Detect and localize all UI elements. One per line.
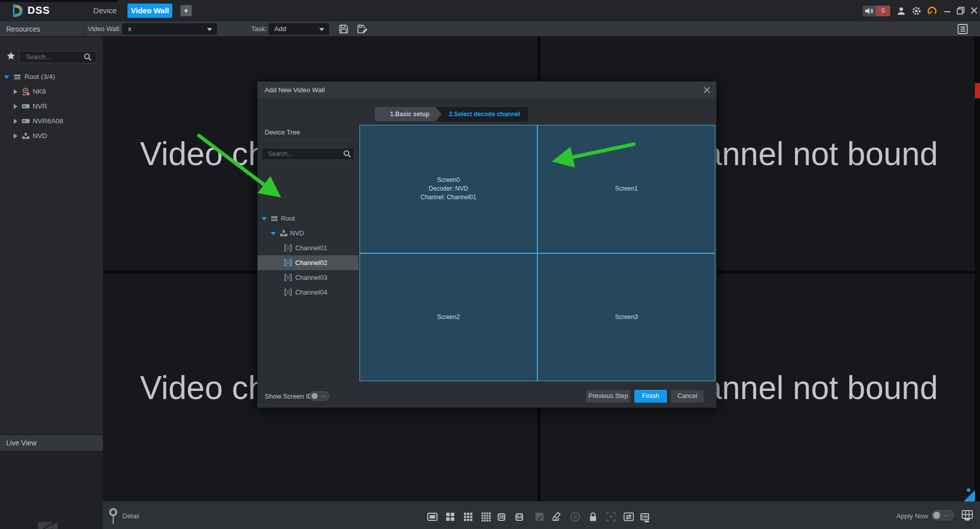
toggle-knob [933, 512, 940, 519]
close-app-icon[interactable] [970, 7, 978, 14]
tab-device[interactable]: Device [89, 0, 121, 21]
sidebar-item-nk8[interactable]: NK8 [0, 84, 103, 99]
expand-arrow-icon[interactable] [14, 89, 17, 94]
camera-offline-icon [21, 87, 31, 96]
sidebar-item-nvr6a08[interactable]: NVR6A08 [0, 114, 103, 128]
close-icon[interactable] [703, 86, 711, 94]
sidebar-item-label: NVR6A08 [33, 114, 63, 128]
lock-icon[interactable] [587, 511, 599, 523]
layout-16-icon[interactable] [480, 511, 492, 523]
layout-36-icon[interactable]: 36 [498, 512, 510, 524]
screen3-cell[interactable]: Screen3 [538, 254, 715, 381]
nvr-device-icon [21, 117, 30, 125]
clear-screen-brush-icon[interactable] [551, 511, 563, 523]
step-select-decode-channel[interactable]: 2.Select decode channel [442, 107, 528, 121]
previous-step-button[interactable]: Previous Step [586, 390, 630, 403]
detail-pin-icon[interactable] [108, 508, 118, 525]
video-wall-select[interactable]: x [122, 23, 217, 35]
screen0-cell[interactable]: Screen0 Decoder: NVD Channel: Channel01 [360, 125, 537, 253]
output-to-wall-icon[interactable] [961, 509, 974, 522]
task-list-icon[interactable] [957, 23, 969, 35]
tree-item-label: Channel03 [295, 270, 327, 285]
expand-arrow-icon[interactable] [14, 104, 17, 109]
minimize-icon[interactable] [943, 5, 951, 15]
collapse-arrow-icon[interactable] [262, 217, 267, 221]
tree-item-root[interactable]: Root [257, 211, 358, 226]
device-tree-search-input[interactable] [262, 148, 354, 160]
toggle-dash [321, 396, 325, 397]
collapse-arrow-icon[interactable] [4, 75, 9, 79]
cancel-button[interactable]: Cancel [671, 390, 704, 403]
save-icon[interactable] [339, 24, 349, 34]
live-view-title: Live View [6, 435, 37, 451]
chevron-down-icon [207, 28, 212, 31]
decode-channel-icon [284, 244, 292, 252]
task-select[interactable]: Add [269, 23, 329, 35]
focus-area-icon[interactable] [605, 511, 617, 523]
sidebar-item-nvr[interactable]: NVR [0, 99, 103, 114]
dialog-title: Add New Video Wall [265, 82, 325, 98]
layout-64-icon[interactable]: 64 [515, 512, 528, 524]
expand-arrow-icon[interactable] [14, 119, 17, 124]
device-tree-title: Device Tree [265, 128, 300, 136]
tree-item-nvd[interactable]: NVD [257, 226, 358, 241]
performance-gauge-icon[interactable] [927, 6, 937, 16]
save-as-icon[interactable] [357, 24, 368, 34]
tree-item-label: Channel02 [295, 255, 327, 270]
screen2-cell[interactable]: Screen2 [360, 254, 537, 381]
tree-item-label: Root [281, 211, 295, 226]
user-icon[interactable] [896, 6, 906, 16]
layout-4-icon[interactable] [444, 511, 456, 523]
device-tree-header: Device Tree [257, 125, 358, 141]
live-view-header[interactable]: Live View [0, 435, 103, 451]
layout-1-icon[interactable] [426, 511, 439, 523]
screen-name: Screen2 [437, 313, 460, 322]
expand-arrow-icon[interactable] [14, 134, 17, 139]
detail-label[interactable]: Detail [122, 512, 139, 520]
resources-panel-title: Resources [6, 21, 40, 37]
tree-item-label: Channel04 [295, 285, 327, 300]
toggle-knob [312, 393, 318, 399]
toolbar-divider [84, 21, 85, 37]
tree-item-label: NVD [290, 226, 304, 241]
sidebar-item-root[interactable]: Root (3/4) [0, 69, 103, 84]
screen-decoder: Decoder: NVD [429, 184, 468, 193]
screen1-cell[interactable]: Screen1 [538, 125, 715, 253]
add-tab-button[interactable]: + [180, 5, 192, 16]
no-video-icon [37, 519, 60, 529]
show-screen-id-toggle[interactable] [310, 391, 329, 401]
edit-icon[interactable] [533, 511, 546, 523]
toggle-dash [944, 515, 949, 516]
tab-video-wall[interactable]: Video Wall [127, 4, 172, 18]
finish-button[interactable]: Finish [634, 390, 667, 403]
video-wall-select-value: x [128, 25, 132, 33]
tree-item-channel03[interactable]: Channel03 [257, 270, 358, 285]
swap-output-icon[interactable] [623, 511, 635, 523]
corner-expand-handle[interactable] [964, 490, 975, 501]
apply-now-toggle[interactable] [932, 510, 954, 520]
decode-channel-icon [284, 288, 292, 296]
layout-36-label: 36 [498, 513, 505, 521]
pause-tour-icon[interactable] [569, 511, 581, 523]
alarm-sound-button[interactable] [863, 6, 876, 16]
organization-icon [13, 73, 21, 81]
settings-gear-icon[interactable] [912, 6, 921, 16]
sidebar-item-nvd[interactable]: NVD [0, 128, 103, 143]
sidebar-item-label: NVR [33, 99, 47, 114]
collapse-arrow-icon[interactable] [271, 232, 276, 235]
step-basic-setup[interactable]: 1.Basic setup [375, 107, 442, 121]
search-icon[interactable] [84, 53, 92, 61]
screen-on-icon[interactable]: ON [640, 511, 653, 523]
alarm-count-badge[interactable]: 0 [876, 6, 890, 16]
layout-9-icon[interactable] [462, 511, 474, 523]
tree-item-channel02-selected[interactable]: Channel02 [257, 255, 358, 270]
search-icon[interactable] [343, 150, 351, 158]
tree-item-channel01[interactable]: Channel01 [257, 241, 358, 255]
live-view-preview[interactable] [0, 451, 103, 529]
tree-item-channel04[interactable]: Channel04 [257, 285, 358, 300]
screen-on-label: ON [640, 513, 649, 520]
app-logo-text: DSS [28, 5, 50, 16]
screen-name: Screen3 [615, 313, 638, 322]
favorites-star-icon[interactable] [6, 51, 16, 61]
restore-window-icon[interactable] [957, 7, 965, 15]
